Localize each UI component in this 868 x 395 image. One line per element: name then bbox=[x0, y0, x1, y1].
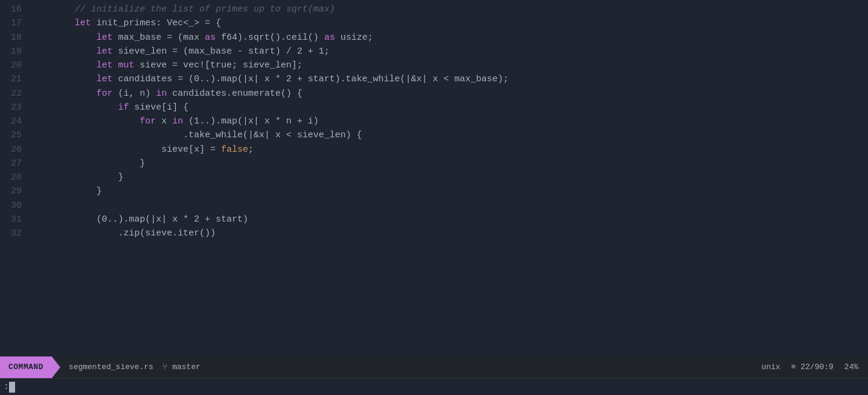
command-line[interactable]: : bbox=[0, 378, 868, 395]
line-number: 18 bbox=[0, 31, 31, 45]
table-row: 26 sieve[x] = false; bbox=[0, 143, 868, 157]
line-number: 20 bbox=[0, 58, 31, 72]
code-editor: 16 // initialize the list of primes up t… bbox=[0, 0, 868, 356]
line-content: let init_primes: Vec<_> = { bbox=[31, 16, 868, 30]
table-row: 19 let sieve_len = (max_base - start) / … bbox=[0, 45, 868, 58]
line-number: 31 bbox=[0, 213, 31, 226]
filename: segmented_sieve.rs ⑂ master bbox=[60, 361, 209, 373]
line-content: (0..).map(|x| x * 2 + start) bbox=[31, 213, 868, 226]
status-arrow bbox=[52, 356, 60, 378]
line-content: } bbox=[31, 184, 868, 198]
line-content: let candidates = (0..).map(|x| x * 2 + s… bbox=[31, 72, 868, 86]
table-row: 27 } bbox=[0, 157, 868, 170]
line-number: 25 bbox=[0, 128, 31, 142]
line-content: } bbox=[31, 170, 868, 184]
line-content: let mut sieve = vec![true; sieve_len]; bbox=[31, 58, 868, 72]
status-right: unix ≡ 22/90:9 24% bbox=[761, 361, 868, 373]
line-number: 22 bbox=[0, 87, 31, 101]
position: ≡ 22/90:9 bbox=[791, 361, 833, 373]
mode-indicator: COMMAND bbox=[0, 356, 52, 378]
line-number: 30 bbox=[0, 199, 31, 213]
cursor bbox=[9, 382, 15, 393]
line-content: // initialize the list of primes up to s… bbox=[31, 2, 868, 16]
line-number: 27 bbox=[0, 157, 31, 170]
table-row: 22 for (i, n) in candidates.enumerate() … bbox=[0, 87, 868, 101]
line-number: 26 bbox=[0, 143, 31, 157]
table-row: 31 (0..).map(|x| x * 2 + start) bbox=[0, 213, 868, 226]
line-content: let sieve_len = (max_base - start) / 2 +… bbox=[31, 45, 868, 58]
line-content: .zip(sieve.iter()) bbox=[31, 226, 868, 240]
line-content: if sieve[i] { bbox=[31, 101, 868, 114]
line-number: 28 bbox=[0, 170, 31, 184]
table-row: 23 if sieve[i] { bbox=[0, 101, 868, 114]
cmd-prefix: : bbox=[4, 380, 9, 394]
table-row: 32 .zip(sieve.iter()) bbox=[0, 226, 868, 240]
encoding: unix bbox=[761, 361, 780, 373]
line-number: 23 bbox=[0, 101, 31, 114]
line-content: } bbox=[31, 157, 868, 170]
scroll-percent: 24% bbox=[845, 361, 858, 373]
table-row: 30 bbox=[0, 199, 868, 213]
line-number: 21 bbox=[0, 72, 31, 86]
table-row: 25 .take_while(|&x| x < sieve_len) { bbox=[0, 128, 868, 142]
table-row: 28 } bbox=[0, 170, 868, 184]
line-content: sieve[x] = false; bbox=[31, 143, 868, 157]
line-number: 24 bbox=[0, 114, 31, 128]
table-row: 20 let mut sieve = vec![true; sieve_len]… bbox=[0, 58, 868, 72]
table-row: 16 // initialize the list of primes up t… bbox=[0, 2, 868, 16]
table-row: 29 } bbox=[0, 184, 868, 198]
line-content bbox=[31, 199, 868, 213]
table-row: 17 let init_primes: Vec<_> = { bbox=[0, 16, 868, 30]
line-content: for x in (1..).map(|x| x * n + i) bbox=[31, 114, 868, 128]
line-number: 32 bbox=[0, 226, 31, 240]
line-content: .take_while(|&x| x < sieve_len) { bbox=[31, 128, 868, 142]
line-number: 29 bbox=[0, 184, 31, 198]
line-content: for (i, n) in candidates.enumerate() { bbox=[31, 87, 868, 101]
status-bar: COMMAND segmented_sieve.rs ⑂ master unix… bbox=[0, 356, 868, 378]
line-number: 19 bbox=[0, 45, 31, 58]
table-row: 18 let max_base = (max as f64).sqrt().ce… bbox=[0, 31, 868, 45]
line-content: let max_base = (max as f64).sqrt().ceil(… bbox=[31, 31, 868, 45]
line-number: 17 bbox=[0, 16, 31, 30]
table-row: 24 for x in (1..).map(|x| x * n + i) bbox=[0, 114, 868, 128]
line-number: 16 bbox=[0, 2, 31, 16]
table-row: 21 let candidates = (0..).map(|x| x * 2 … bbox=[0, 72, 868, 86]
